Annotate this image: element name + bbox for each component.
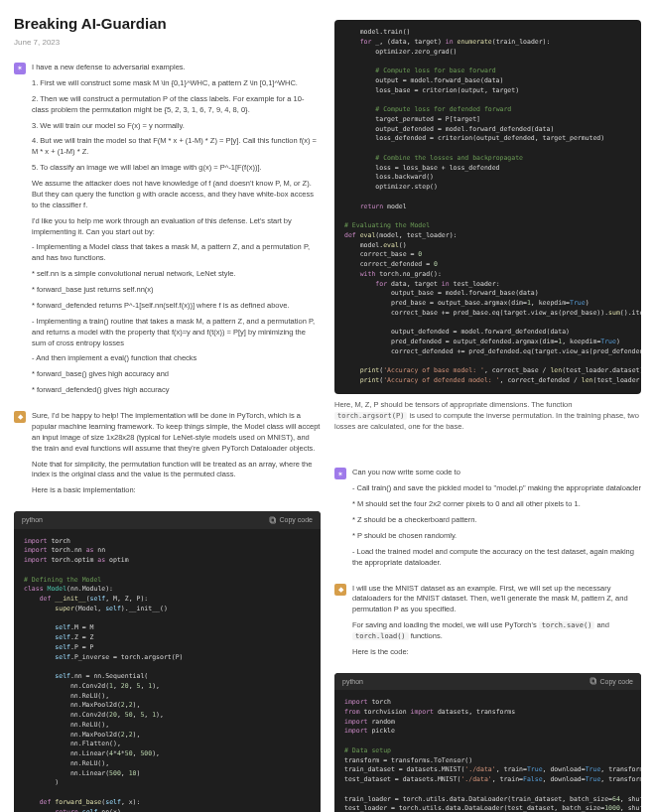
text: We assume the attacker does not have kno… (32, 179, 321, 211)
code-lang: python (342, 677, 363, 686)
assistant-message-2: ◆ I will use the MNIST dataset as an exa… (334, 584, 641, 663)
text: * self.nn is a simple convolutional neru… (32, 269, 321, 280)
text: - Call train() and save the pickled mode… (352, 483, 641, 494)
text: * forward_base just returns self.nn(x) (32, 285, 321, 296)
text: * forward_defended returns P^-1[self.nn(… (32, 301, 321, 312)
code-block-top-right: model.train() for _, (data, target) in e… (334, 20, 641, 394)
text: For saving and loading the model, we wil… (352, 620, 641, 642)
text: Sure, I'd be happy to help! The implemen… (32, 411, 321, 455)
code-content[interactable]: import torch import torch.nn as nn impor… (14, 529, 321, 812)
text: - Implementing a Model class that takes … (32, 242, 321, 264)
code-block-1: python Copy code import torch import tor… (14, 511, 321, 812)
code-lang: python (22, 515, 43, 524)
caption-text: Here, M, Z, P should be tensors of appro… (334, 400, 641, 433)
text: Note that for simplicity, the permutatio… (32, 460, 321, 481)
assistant-avatar: ◆ (14, 411, 26, 423)
text: * forward_base() gives high accuracy and (32, 369, 321, 380)
assistant-message-1: ◆ Sure, I'd be happy to help! The implem… (14, 411, 321, 501)
text: 2. Then we will construct a permutation … (32, 94, 321, 116)
text: I'd like you to help me work through an … (32, 216, 321, 238)
text: * Z should be a checkerboard pattern. (352, 515, 641, 526)
code-content[interactable]: import torch from torchvision import dat… (334, 690, 641, 812)
inline-code: torch.argsort(P) (334, 412, 407, 420)
text: - Load the trained model and compute the… (352, 547, 641, 569)
clipboard-icon (269, 516, 277, 524)
copy-code-button[interactable]: Copy code (590, 677, 633, 686)
text: 4. But we will train the model so that F… (32, 136, 321, 158)
inline-code: torch.save() (539, 621, 595, 629)
text: - Implementing a train() routine that ta… (32, 317, 321, 349)
clipboard-icon (590, 677, 597, 685)
text: 1. First we will construct some mask M \… (32, 78, 321, 89)
user-message-1: ✶ I have a new defense to adversarial ex… (14, 63, 321, 401)
page-title: Breaking AI-Guardian (14, 14, 321, 34)
code-content[interactable]: model.train() for _, (data, target) in e… (334, 20, 641, 394)
inline-code: torch.load() (352, 632, 409, 640)
text: I will use the MNIST dataset as an examp… (352, 584, 641, 616)
post-date: June 7, 2023 (14, 38, 321, 49)
user-message-2: ✶ Can you now write some code to - Call … (334, 468, 641, 573)
text: * M should set the four 2x2 corner pixel… (352, 499, 641, 510)
assistant-avatar: ◆ (334, 584, 346, 596)
text: * P should be chosen randomly. (352, 531, 641, 542)
text: - And then implement a eval() function t… (32, 353, 321, 364)
copy-code-button[interactable]: Copy code (269, 515, 313, 524)
text: Can you now write some code to (352, 468, 641, 478)
text: Here is the code: (352, 647, 641, 658)
text: 3. We will train our model so F(x) = y n… (32, 121, 321, 132)
user-avatar: ✶ (334, 468, 346, 479)
text: 5. To classify an image we will label an… (32, 163, 321, 174)
text: * forward_defended() gives high accuracy (32, 385, 321, 396)
text: Here is a basic implementation: (32, 485, 321, 496)
text: I have a new defense to adversarial exam… (32, 63, 321, 73)
code-block-2: python Copy code import torch from torch… (334, 673, 641, 812)
user-avatar: ✶ (14, 63, 26, 74)
